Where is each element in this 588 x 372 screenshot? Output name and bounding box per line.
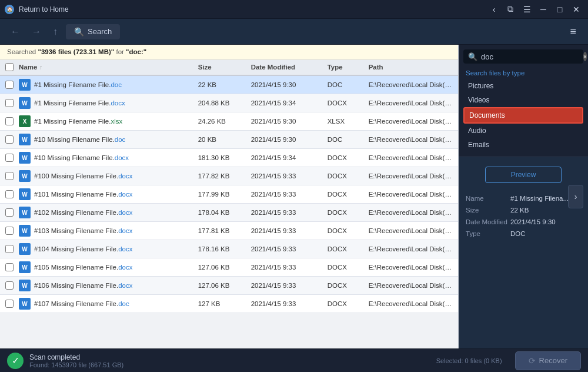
row-name-cell: W #104 Missing Filename File.docx <box>16 243 196 255</box>
row-size-cell: 177.82 KB <box>196 172 249 180</box>
header-date[interactable]: Date Modified <box>249 63 325 71</box>
file-type-documents[interactable]: Documents <box>463 107 583 124</box>
row-type-cell: DOCX <box>325 172 366 180</box>
preview-button[interactable]: Preview <box>485 167 562 183</box>
table-row[interactable]: W #107 Missing Filename File.doc 127 KB … <box>0 295 458 313</box>
file-type-icon: W <box>19 170 31 182</box>
row-path-cell: E:\Recovered\Local Disk(D)\Other Lost Fi… <box>366 81 456 88</box>
table-row[interactable]: X #1 Missing Filename File.xlsx 24.26 KB… <box>0 112 458 131</box>
table-row[interactable]: W #1 Missing Filename File.doc 22 KB 202… <box>0 76 458 94</box>
row-checkbox[interactable] <box>5 154 14 162</box>
selected-info-text: Selected: 0 files (0 KB) <box>436 357 502 364</box>
file-name-text: #10 Missing Filename File.doc <box>34 136 125 143</box>
table-row[interactable]: W #102 Missing Filename File.docx 178.04… <box>0 204 458 222</box>
header-size[interactable]: Size <box>196 63 249 71</box>
row-checkbox[interactable] <box>5 227 14 235</box>
row-size-cell: 177.81 KB <box>196 227 249 234</box>
search-clear-button[interactable]: × <box>583 52 587 61</box>
file-type-audio[interactable]: Audio <box>463 124 583 138</box>
table-row[interactable]: W #105 Missing Filename File.docx 127.06… <box>0 258 458 277</box>
table-row[interactable]: W #104 Missing Filename File.docx 178.16… <box>0 240 458 258</box>
back-btn[interactable]: ‹ <box>487 2 501 16</box>
title-bar-left: 🏠 Return to Home <box>5 5 69 14</box>
row-checkbox-cell <box>2 281 16 290</box>
row-date-cell: 2021/4/15 9:30 <box>249 136 325 143</box>
row-name-cell: W #106 Missing Filename File.docx <box>16 280 196 291</box>
header-type[interactable]: Type <box>325 63 366 71</box>
row-checkbox-cell <box>2 227 16 235</box>
right-nav-arrow-button[interactable]: › <box>568 185 583 208</box>
search-tab[interactable]: 🔍 Search <box>66 24 120 39</box>
row-checkbox[interactable] <box>5 281 14 290</box>
file-type-icon: W <box>19 243 31 255</box>
row-size-cell: 181.30 KB <box>196 154 249 161</box>
table-row[interactable]: W #103 Missing Filename File.docx 177.81… <box>0 222 458 240</box>
table-row[interactable]: W #100 Missing Filename File.docx 177.82… <box>0 167 458 185</box>
nav-forward-button[interactable]: → <box>28 24 45 39</box>
header-name[interactable]: Name ↑ <box>16 63 196 71</box>
row-path-cell: E:\Recovered\Local Disk(D)\Other Lost Fi… <box>366 245 456 253</box>
row-checkbox[interactable] <box>5 300 14 308</box>
hamburger-btn[interactable]: ☰ <box>520 2 534 16</box>
row-name-cell: W #103 Missing Filename File.docx <box>16 225 196 237</box>
row-checkbox-cell <box>2 117 16 125</box>
header-path[interactable]: Path <box>366 63 456 71</box>
file-name-text: #10 Missing Filename File.docx <box>34 154 129 161</box>
row-checkbox-cell <box>2 135 16 144</box>
select-all-checkbox[interactable] <box>5 63 14 71</box>
table-row[interactable]: W #106 Missing Filename File.docx 127.06… <box>0 277 458 295</box>
search-by-type-label[interactable]: Search files by type <box>463 68 583 79</box>
row-checkbox[interactable] <box>5 135 14 144</box>
recover-button[interactable]: ⟳ Recover <box>515 351 581 370</box>
table-row[interactable]: W #1 Missing Filename File.docx 204.88 K… <box>0 94 458 112</box>
right-panel: 🔍 × Search files by type Pictures Videos… <box>459 45 588 348</box>
recover-icon: ⟳ <box>529 356 536 366</box>
main-content: Searched "3936 files (723.31 MB)" for "d… <box>0 45 588 348</box>
row-path-cell: E:\Recovered\Local Disk(D)\Other Lost Fi… <box>366 300 456 307</box>
table-row[interactable]: W #10 Missing Filename File.docx 181.30 … <box>0 149 458 167</box>
table-row[interactable]: W #101 Missing Filename File.docx 177.99… <box>0 185 458 204</box>
file-info-size-row: Size 22 KB <box>466 207 581 214</box>
row-type-cell: DOCX <box>325 300 366 307</box>
row-checkbox[interactable] <box>5 208 14 217</box>
table-row[interactable]: W #10 Missing Filename File.doc 20 KB 20… <box>0 131 458 149</box>
file-type-videos[interactable]: Videos <box>463 93 583 107</box>
row-path-cell: E:\Recovered\Local Disk(D)\Other Lost Fi… <box>366 99 456 107</box>
row-checkbox[interactable] <box>5 99 14 107</box>
bookmark-btn[interactable]: ⧉ <box>503 2 517 16</box>
row-path-cell: E:\Recovered\Local Disk(D)\Other Lost Fi… <box>366 282 456 289</box>
search-info-bar: Searched "3936 files (723.31 MB)" for "d… <box>0 45 458 59</box>
row-date-cell: 2021/4/15 9:33 <box>249 227 325 234</box>
scan-status-label: Scan completed <box>29 353 123 361</box>
search-input-row: 🔍 × <box>463 49 583 64</box>
nav-back-button[interactable]: ← <box>7 24 24 39</box>
toolbar-menu-button[interactable]: ≡ <box>565 23 581 40</box>
file-type-pictures[interactable]: Pictures <box>463 79 583 93</box>
file-type-emails[interactable]: Emails <box>463 138 583 152</box>
file-table-body: W #1 Missing Filename File.doc 22 KB 202… <box>0 76 458 348</box>
row-checkbox[interactable] <box>5 263 14 271</box>
minimize-btn[interactable]: ─ <box>536 2 550 16</box>
file-name-text: #103 Missing Filename File.docx <box>34 227 132 234</box>
row-type-cell: DOCX <box>325 154 366 161</box>
maximize-btn[interactable]: □ <box>553 2 567 16</box>
title-bar-controls: ‹ ⧉ ☰ ─ □ ✕ <box>487 2 583 16</box>
row-checkbox-cell <box>2 172 16 180</box>
file-type-icon: W <box>19 97 31 109</box>
nav-up-button[interactable]: ↑ <box>49 24 61 39</box>
file-type-icon: W <box>19 261 31 273</box>
row-name-cell: W #107 Missing Filename File.doc <box>16 298 196 310</box>
row-checkbox[interactable] <box>5 172 14 180</box>
close-btn[interactable]: ✕ <box>569 2 583 16</box>
row-checkbox[interactable] <box>5 245 14 253</box>
row-type-cell: DOCX <box>325 282 366 289</box>
row-checkbox[interactable] <box>5 190 14 198</box>
search-input[interactable] <box>481 52 580 61</box>
row-checkbox[interactable] <box>5 117 14 125</box>
row-type-cell: DOC <box>325 81 366 88</box>
row-checkbox[interactable] <box>5 81 14 89</box>
row-checkbox-cell <box>2 300 16 308</box>
file-info-name-label: Name <box>466 195 508 202</box>
row-date-cell: 2021/4/15 9:33 <box>249 245 325 253</box>
file-type-icon: W <box>19 298 31 310</box>
